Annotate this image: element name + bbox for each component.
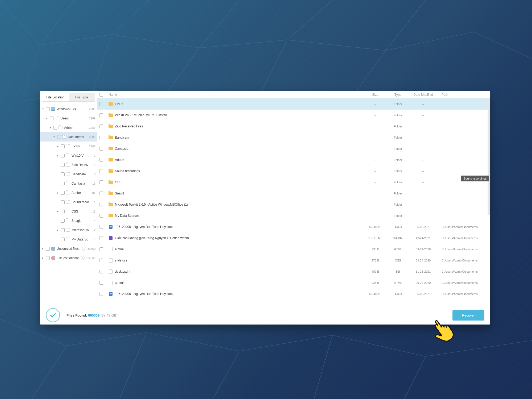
- row-checkbox[interactable]: [99, 169, 103, 173]
- row-checkbox[interactable]: [99, 259, 103, 262]
- help-icon[interactable]: ?: [82, 247, 86, 251]
- expand-caret[interactable]: ▸: [41, 247, 45, 250]
- tree-checkbox[interactable]: [46, 247, 50, 251]
- expand-caret[interactable]: ▾: [41, 107, 45, 110]
- expand-caret[interactable]: ▾: [45, 117, 48, 120]
- file-date: 09-24-2020: [409, 259, 438, 262]
- tree-checkbox[interactable]: [61, 163, 65, 167]
- column-path[interactable]: Path: [438, 93, 485, 97]
- file-row[interactable]: CSS--Folder--: [97, 177, 490, 188]
- row-checkbox[interactable]: [99, 124, 103, 128]
- file-row[interactable]: FPlus--Folder--: [97, 98, 490, 110]
- tree-checkbox[interactable]: [53, 126, 57, 130]
- file-row[interactable]: desktop.ini402 BINI11-23-2021C:/Users/Ad…: [97, 266, 490, 277]
- tree-checkbox[interactable]: [61, 182, 65, 185]
- tree-checkbox[interactable]: [61, 228, 65, 232]
- file-row[interactable]: Snagit--Folder--: [97, 188, 490, 199]
- file-row[interactable]: a.html933 BHTML09-24-2020C:/Users/Admin/…: [97, 244, 490, 255]
- file-list[interactable]: FPlus--Folder--Win10.Vn - KMSpico_v10.2.…: [97, 98, 490, 306]
- tree-item[interactable]: Zalo Received Fil...1: [40, 160, 97, 169]
- tree-item[interactable]: Sound recordings1: [40, 197, 97, 207]
- tree-item[interactable]: ▸FPlus2141: [40, 142, 97, 151]
- expand-caret[interactable]: ▾: [52, 135, 56, 138]
- file-row[interactable]: Zalo Received Files--Folder--: [97, 121, 490, 132]
- row-checkbox[interactable]: [99, 292, 103, 296]
- file-row[interactable]: W185120400 - Nguyen Duc Tuan Huy.docx59.…: [97, 288, 490, 300]
- expand-caret[interactable]: ▸: [56, 228, 60, 231]
- expand-caret[interactable]: ▸: [56, 145, 60, 148]
- column-name[interactable]: Name: [105, 93, 363, 97]
- row-checkbox[interactable]: [99, 180, 103, 184]
- row-checkbox[interactable]: [99, 113, 103, 117]
- file-row[interactable]: Adobe--Folder--: [97, 154, 490, 165]
- recover-button[interactable]: Recover: [452, 310, 484, 321]
- tree-checkbox[interactable]: [50, 117, 53, 120]
- tree-item[interactable]: My Data Sources4: [40, 235, 97, 244]
- tree-item[interactable]: ▾Admin2289: [40, 123, 97, 132]
- sidebar: File Location File Type ▾Windows (C:)228…: [40, 91, 97, 306]
- tree-checkbox[interactable]: [61, 154, 65, 157]
- row-checkbox[interactable]: [99, 214, 103, 218]
- row-checkbox[interactable]: [99, 203, 103, 206]
- file-row[interactable]: W185120400 - Nguyen Duc Tuan Huy.docx59.…: [97, 221, 490, 232]
- tree-item[interactable]: ▸CSS16: [40, 207, 97, 216]
- expand-caret[interactable]: ▾: [48, 126, 52, 129]
- file-row[interactable]: Giới thiệu không gian Trung Nguyên E-Cof…: [97, 232, 490, 244]
- tree-item[interactable]: ▾Documents2289: [40, 132, 97, 142]
- column-date[interactable]: Date Modified: [409, 93, 438, 97]
- row-checkbox[interactable]: [99, 247, 103, 251]
- tree-item[interactable]: ▸Win10.Vn - KMS...2: [40, 151, 97, 160]
- tree-item[interactable]: ▾Users2289: [40, 114, 97, 123]
- file-row[interactable]: a.html933 BHTML09-24-2020C:/Users/Admin/…: [97, 277, 490, 288]
- expand-caret[interactable]: ▸: [56, 210, 60, 213]
- file-path: C:/Users/Admin/Documents: [438, 248, 485, 251]
- file-row[interactable]: Camtasia--Folder--: [97, 143, 490, 154]
- tree-item[interactable]: Camtasia16: [40, 179, 97, 188]
- file-row[interactable]: style.css273 BCSS09-24-2020C:/Users/Admi…: [97, 255, 490, 266]
- tab-file-type[interactable]: File Type: [69, 93, 95, 101]
- help-icon[interactable]: ?: [81, 256, 85, 260]
- tree-checkbox[interactable]: [57, 135, 61, 139]
- tree-checkbox[interactable]: [61, 191, 65, 195]
- tree-item[interactable]: ▾Windows (C:)2289: [40, 104, 97, 114]
- file-row[interactable]: Microsoft Toolkit 2.6.5 - Active Window.…: [97, 199, 490, 210]
- expand-caret[interactable]: ▸: [56, 191, 60, 194]
- column-type[interactable]: Type: [387, 93, 409, 97]
- row-checkbox[interactable]: [99, 158, 103, 162]
- row-checkbox[interactable]: [99, 192, 103, 195]
- row-checkbox[interactable]: [99, 102, 103, 106]
- tree-checkbox[interactable]: [61, 210, 65, 213]
- expand-caret[interactable]: ▸: [41, 256, 45, 259]
- tree-item[interactable]: ▸Microsoft Toolki...2: [40, 225, 97, 235]
- tree-checkbox[interactable]: [61, 238, 65, 241]
- tree-checkbox[interactable]: [61, 200, 65, 204]
- file-row[interactable]: Sound recordings--Folder--: [97, 165, 490, 177]
- select-all-checkbox[interactable]: [99, 93, 103, 97]
- tree-item[interactable]: ▸Adobe81: [40, 188, 97, 197]
- footer: Files Found: 665009 (87.48 GB) Recover: [40, 306, 490, 325]
- scrollbar[interactable]: [488, 98, 490, 215]
- tab-file-location[interactable]: File Location: [42, 93, 69, 101]
- row-checkbox[interactable]: [99, 136, 103, 139]
- tree-item[interactable]: Bandicam8: [40, 169, 97, 179]
- tree-count: 1: [94, 201, 95, 204]
- row-checkbox[interactable]: [99, 236, 103, 240]
- expand-caret[interactable]: ▸: [56, 154, 60, 157]
- tree-checkbox[interactable]: [46, 256, 50, 260]
- file-row[interactable]: Win10.Vn - KMSpico_v10.2.0_Install--Fold…: [97, 110, 490, 121]
- row-checkbox[interactable]: [99, 225, 103, 229]
- tree-item[interactable]: ▸File lost location?622960: [40, 253, 97, 263]
- row-checkbox[interactable]: [99, 281, 103, 285]
- column-size[interactable]: Size: [363, 93, 387, 97]
- row-checkbox[interactable]: [99, 270, 103, 273]
- tree-checkbox[interactable]: [61, 172, 65, 176]
- tree-item[interactable]: ▸Unsourced files?39760: [40, 244, 97, 253]
- file-row[interactable]: Bandicam--Folder--: [97, 132, 490, 143]
- file-row[interactable]: My Data Sources--Folder--: [97, 210, 490, 221]
- tree-checkbox[interactable]: [61, 219, 65, 223]
- tree-checkbox[interactable]: [61, 144, 65, 148]
- tree-checkbox[interactable]: [46, 107, 50, 111]
- row-checkbox[interactable]: [99, 147, 103, 151]
- tree-item[interactable]: Snagit4: [40, 216, 97, 225]
- folder-tree[interactable]: ▾Windows (C:)2289▾Users2289▾Admin2289▾Do…: [40, 104, 97, 306]
